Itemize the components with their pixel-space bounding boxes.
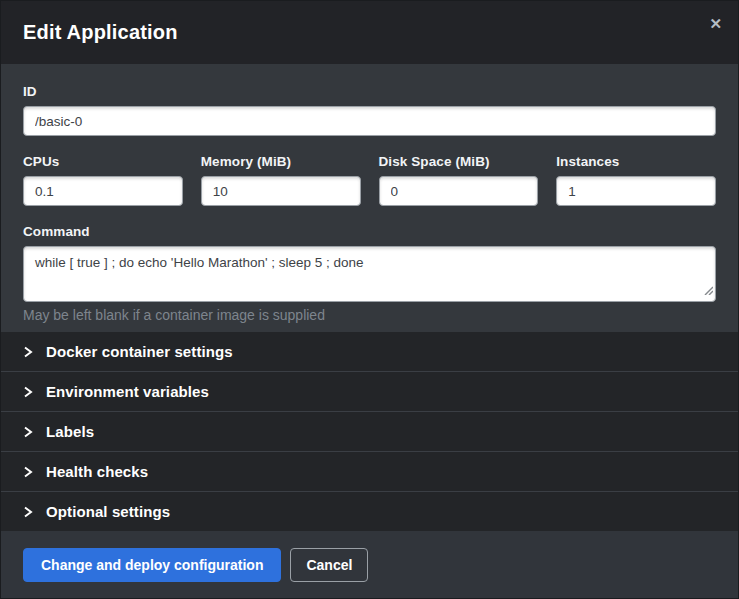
section-label: Optional settings (46, 503, 170, 520)
instances-label: Instances (556, 154, 716, 169)
edit-application-modal: Edit Application ✕ ID CPUs Memory (MiB) … (0, 0, 739, 599)
cpus-field-group: CPUs (23, 154, 183, 206)
chevron-right-icon (23, 425, 33, 439)
section-label: Labels (46, 423, 94, 440)
command-label: Command (23, 224, 716, 239)
modal-header: Edit Application ✕ (1, 1, 738, 64)
disk-input[interactable] (379, 176, 539, 206)
instances-input[interactable] (556, 176, 716, 206)
chevron-right-icon (23, 505, 33, 519)
chevron-right-icon (23, 345, 33, 359)
section-health-checks[interactable]: Health checks (1, 451, 738, 491)
disk-field-group: Disk Space (MiB) (379, 154, 539, 206)
command-field-group: Command while [ true ] ; do echo 'Hello … (23, 224, 716, 323)
resources-row: CPUs Memory (MiB) Disk Space (MiB) Insta… (23, 154, 716, 206)
id-input[interactable] (23, 106, 716, 136)
section-label: Health checks (46, 463, 148, 480)
modal-footer: Change and deploy configuration Cancel (1, 531, 738, 598)
command-textarea[interactable]: while [ true ] ; do echo 'Hello Marathon… (23, 246, 716, 302)
id-label: ID (23, 84, 716, 99)
collapsible-sections: Docker container settings Environment va… (1, 332, 738, 531)
id-field-group: ID (23, 84, 716, 136)
cancel-button[interactable]: Cancel (290, 548, 368, 582)
disk-label: Disk Space (MiB) (379, 154, 539, 169)
application-form: ID CPUs Memory (MiB) Disk Space (MiB) In… (1, 64, 738, 332)
section-label: Docker container settings (46, 343, 233, 360)
section-label: Environment variables (46, 383, 209, 400)
close-icon[interactable]: ✕ (709, 16, 722, 31)
cpus-input[interactable] (23, 176, 183, 206)
instances-field-group: Instances (556, 154, 716, 206)
section-labels[interactable]: Labels (1, 411, 738, 451)
memory-input[interactable] (201, 176, 361, 206)
command-help-text: May be left blank if a container image i… (23, 307, 716, 323)
cpus-label: CPUs (23, 154, 183, 169)
chevron-right-icon (23, 385, 33, 399)
section-docker-container-settings[interactable]: Docker container settings (1, 332, 738, 371)
memory-label: Memory (MiB) (201, 154, 361, 169)
chevron-right-icon (23, 465, 33, 479)
section-optional-settings[interactable]: Optional settings (1, 491, 738, 531)
memory-field-group: Memory (MiB) (201, 154, 361, 206)
section-environment-variables[interactable]: Environment variables (1, 371, 738, 411)
modal-title: Edit Application (23, 21, 178, 44)
change-and-deploy-button[interactable]: Change and deploy configuration (23, 548, 281, 582)
